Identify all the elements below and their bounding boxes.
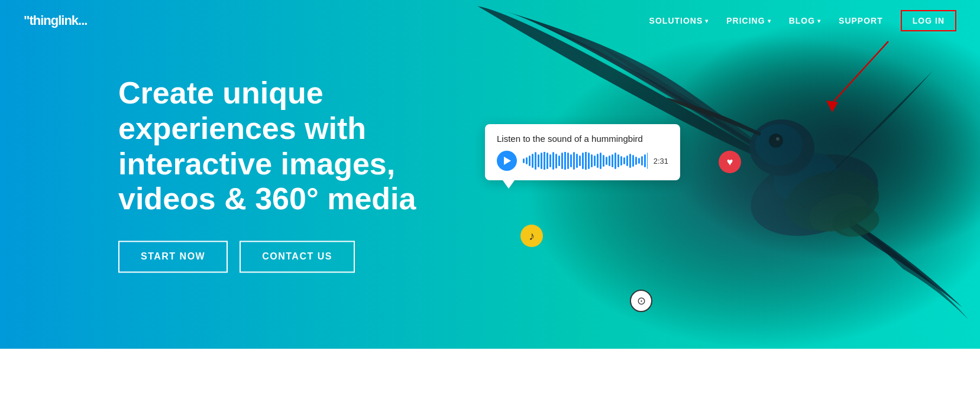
audio-card-title: Listen to the sound of a hummingbird	[497, 134, 668, 144]
hero-buttons: START NOW CONTACT US	[118, 241, 426, 273]
play-button[interactable]	[497, 151, 517, 171]
nav-support[interactable]: SUPPORT	[839, 16, 883, 25]
chevron-down-icon: ▾	[817, 18, 821, 24]
hero-section: "thinglink... SOLUTIONS ▾ PRICING ▾ BLOG…	[0, 0, 980, 349]
location-icon: ⊙	[637, 294, 646, 307]
music-icon: ♪	[529, 229, 535, 243]
hotspot-location[interactable]: ⊙	[630, 290, 652, 312]
hotspot-music[interactable]: ♪	[520, 225, 543, 247]
logo[interactable]: "thinglink...	[24, 13, 87, 28]
bottom-bar	[0, 349, 980, 412]
audio-player: 2:31	[497, 151, 668, 171]
nav-pricing[interactable]: PRICING ▾	[726, 16, 771, 25]
chevron-down-icon: ▾	[705, 18, 709, 24]
contact-us-button[interactable]: CONTACT US	[240, 241, 355, 273]
heart-icon: ♥	[727, 156, 733, 168]
nav-blog[interactable]: BLOG ▾	[789, 16, 821, 25]
audio-duration: 2:31	[654, 157, 668, 166]
navbar: "thinglink... SOLUTIONS ▾ PRICING ▾ BLOG…	[0, 0, 980, 41]
play-icon	[504, 157, 511, 165]
audio-card: Listen to the sound of a hummingbird 2:3…	[485, 124, 680, 180]
start-now-button[interactable]: START NOW	[118, 241, 228, 273]
login-button[interactable]: LOG IN	[901, 10, 956, 31]
nav-links: SOLUTIONS ▾ PRICING ▾ BLOG ▾ SUPPORT LOG…	[649, 10, 956, 31]
nav-solutions[interactable]: SOLUTIONS ▾	[649, 16, 709, 25]
hero-content: Create unique experiences with interacti…	[118, 76, 426, 272]
chevron-down-icon: ▾	[768, 18, 771, 24]
hotspot-heart[interactable]: ♥	[719, 151, 741, 173]
audio-waveform	[523, 152, 648, 170]
hero-title: Create unique experiences with interacti…	[118, 76, 426, 217]
